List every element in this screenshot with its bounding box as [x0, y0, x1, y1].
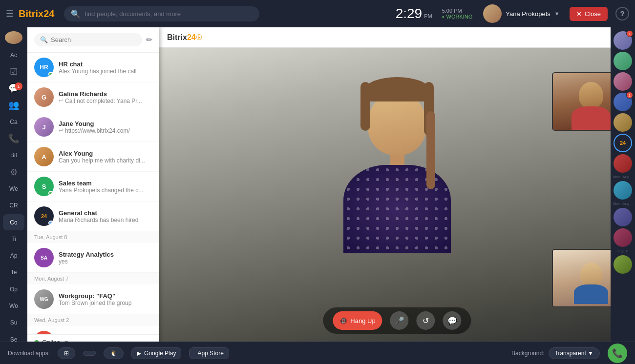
chat-item-strategy[interactable]: SA Strategy Analytics yes [27, 243, 159, 273]
work-status: 5:00 PM WORKING [442, 8, 473, 20]
chat-avatar: A [34, 147, 54, 166]
hair-top [365, 77, 429, 101]
chat-item-hr[interactable]: HR HR chat Alex Young has joined the cal… [27, 53, 159, 82]
app-store-button[interactable]: App Store [189, 347, 229, 359]
sidebar-item-calendar[interactable]: Ca [3, 114, 24, 130]
chat-search-box[interactable]: 🔍 [34, 33, 142, 46]
sidebar-item-op[interactable]: Op [3, 282, 24, 297]
sidebar-item-tel[interactable]: Te [3, 264, 24, 280]
right-label: Mon, Aug... [611, 175, 635, 179]
right-contact[interactable] [614, 181, 632, 200]
chat-item-galina[interactable]: G Galina Richards ↩ Call not completed: … [27, 82, 159, 112]
sidebar-avatar[interactable] [5, 31, 22, 44]
right-contact[interactable] [614, 255, 632, 274]
search-icon: 🔍 [40, 36, 48, 43]
compose-button[interactable]: ✏ [146, 35, 152, 44]
online-indicator [48, 72, 53, 77]
right-contact[interactable] [614, 113, 632, 132]
sidebar-item-settings[interactable]: ⚙ [3, 164, 24, 180]
linux-app-button[interactable]: 🐧 [104, 347, 124, 359]
help-button[interactable]: ? [615, 7, 629, 20]
hangup-icon: 📵 [339, 317, 347, 324]
google-play-button[interactable]: ▶ Google Play [131, 347, 181, 359]
chat-panel: 🔍 ✏ HR HR chat Alex Young has joined the… [27, 27, 159, 364]
right-label: Mon, Aug... [611, 202, 635, 206]
right-contact[interactable] [614, 154, 632, 173]
chat-avatar: SA [34, 248, 54, 267]
online-indicator [48, 221, 53, 225]
sidebar-item-we[interactable]: We [3, 181, 24, 197]
chat-icon: 💬 [447, 316, 457, 325]
linux-icon: 🐧 [110, 350, 117, 357]
sidebar-item-bitrix[interactable]: Bit [3, 147, 24, 163]
app-logo: Bitrix24 [19, 8, 54, 20]
sidebar-item-crm[interactable]: CR [3, 198, 24, 213]
chat-avatar: SC [34, 331, 54, 334]
online-indicator [48, 191, 53, 196]
avatar [483, 4, 502, 23]
sidebar-item-activity[interactable]: Ac [3, 47, 24, 62]
chat-item-workgroup-faq[interactable]: WG Workgroup: "FAQ" Tom Brown joined the… [27, 284, 159, 314]
chat-name: General chat [59, 209, 152, 217]
hangup-button[interactable]: 📵 Hang Up [333, 311, 382, 330]
refresh-button[interactable]: ↺ [417, 311, 435, 330]
tasks-icon: ☑ [10, 66, 18, 77]
phone-icon: 📞 [8, 133, 19, 144]
group-icon: 👥 [8, 100, 19, 110]
chat-name: Alex Young [59, 150, 152, 157]
topbar: ☰ Bitrix24 🔍 2:29 PM 5:00 PM WORKING Yan… [0, 0, 635, 27]
chat-list: HR HR chat Alex Young has joined the cal… [27, 53, 159, 334]
mute-button[interactable]: 🎤 [390, 311, 409, 330]
date-separator: Wed, August 2 [27, 314, 159, 326]
chat-avatar: G [34, 87, 54, 107]
bitrix-header: Bitrix24 ® [159, 27, 635, 48]
chat-name: Sales team [59, 180, 152, 187]
sidebar-item-workgroups[interactable]: 👥 [3, 97, 24, 113]
apple-app-button[interactable] [83, 351, 96, 356]
chat-item-summer[interactable]: SC Summer Charity Dinner ↩ [File] [27, 326, 159, 334]
chat-item-alex[interactable]: A Alex Young Can you help me with charit… [27, 142, 159, 172]
sidebar-item-tasks[interactable]: ☑ [3, 64, 24, 80]
sidebar-item-chat[interactable]: 💬 1 [3, 81, 24, 96]
call-button[interactable]: 📞 [608, 344, 627, 363]
sidebar-item-ap[interactable]: Ap [3, 248, 24, 263]
chat-item-jane[interactable]: J Jane Young ↩ https://www.bitrix24.com/ [27, 112, 159, 142]
close-icon: ✕ [576, 10, 582, 18]
windows-app-button[interactable]: ⊞ [58, 347, 75, 359]
right-contact[interactable] [614, 228, 632, 247]
right-contact[interactable]: 1 [614, 31, 632, 50]
global-search-input[interactable] [85, 10, 253, 18]
sidebar-item-co[interactable]: Co [3, 214, 24, 230]
working-indicator: WORKING [442, 14, 473, 20]
background-label: Background: [511, 350, 544, 357]
refresh-icon: ↺ [423, 316, 429, 325]
chat-preview: Tom Brown joined the group [59, 300, 152, 306]
chat-name: Workgroup: "FAQ" [59, 292, 152, 300]
chat-item-sales[interactable]: S Sales team Yana Prokopets changed the … [27, 172, 159, 202]
right-contact[interactable] [614, 52, 632, 70]
background-dropdown[interactable]: Transparent ▼ [549, 347, 600, 359]
date-separator: Mon, August 7 [27, 273, 159, 284]
main-area: Bitrix24 ® [159, 27, 635, 342]
right-contact[interactable] [614, 72, 632, 91]
close-button[interactable]: ✕ Close [570, 7, 608, 21]
video-main: 📵 Hang Up 🎤 ↺ 💬 [159, 48, 635, 342]
chat-toggle-button[interactable]: 💬 [443, 311, 462, 330]
right-bitrix-icon[interactable]: 24 [614, 134, 632, 152]
chat-avatar: HR [34, 58, 54, 77]
right-contact[interactable]: 1 [614, 93, 632, 111]
user-profile[interactable]: Yana Prokopets ▼ [483, 4, 559, 23]
sidebar-item-wo[interactable]: Wo [3, 298, 24, 314]
download-label: Download apps: [8, 350, 50, 357]
sidebar-item-su[interactable]: Su [3, 315, 24, 330]
hamburger-icon[interactable]: ☰ [6, 8, 14, 19]
sidebar-item-phone[interactable]: 📞 [3, 131, 24, 146]
right-contact[interactable] [614, 208, 632, 226]
chat-preview: yes [59, 258, 152, 265]
chat-search-input[interactable] [51, 36, 136, 43]
chat-name: HR chat [59, 61, 152, 68]
sidebar-item-time[interactable]: Ti [3, 231, 24, 247]
chat-item-general[interactable]: 24 General chat Maria Richards has been … [27, 202, 159, 231]
chat-preview: Can you help me with charity di... [59, 157, 152, 164]
global-search-box[interactable]: 🔍 [64, 6, 259, 21]
